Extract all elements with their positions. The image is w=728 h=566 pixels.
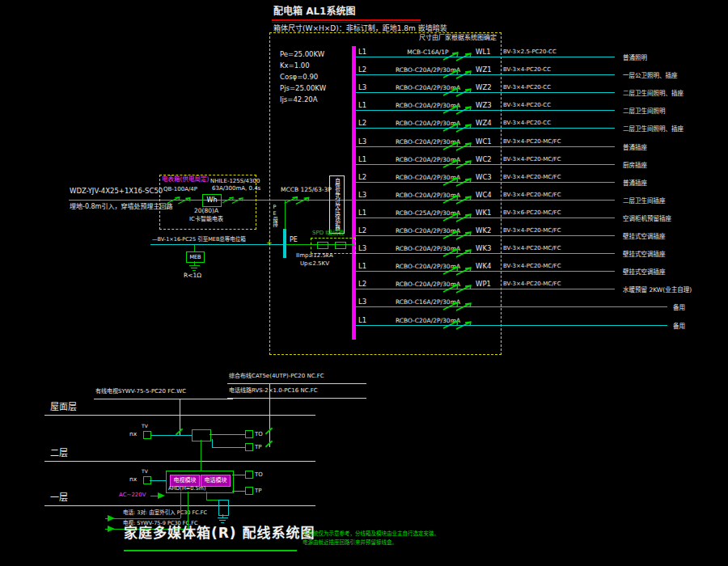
load-label: 二层卫生间照明、插座 bbox=[623, 124, 684, 133]
phase-label: L1 bbox=[358, 262, 366, 270]
floor1-outlet-to-label: TO bbox=[255, 471, 263, 478]
voltage-protector-box: 自恢复式过欠压保护器 bbox=[329, 175, 345, 234]
circuit-row: L1RCBO-C20A/2P/30mAWK4BV-3×4-PC20-MC/FC壁… bbox=[356, 262, 725, 281]
circuit-line bbox=[356, 57, 615, 57]
drawing-title-underline bbox=[124, 550, 297, 551]
cable-spec: BV-3×4-PC20-CC bbox=[503, 102, 551, 108]
circuit-row: L2RCBO-C20A/2P/30mAWZ1BV-3×4-PC20-CC一层公卫… bbox=[356, 65, 725, 85]
meb-box: MEB bbox=[186, 251, 205, 263]
title-underline-red bbox=[272, 19, 421, 21]
incoming-note: 埋地-0.8m引入，穿墙处预埋主回路 bbox=[70, 203, 172, 210]
rcd-breaker-icon bbox=[220, 193, 252, 209]
phase-label: L1 bbox=[358, 155, 366, 163]
earth-resistance-label: R<1Ω bbox=[184, 272, 201, 280]
pe-label: PE bbox=[290, 236, 298, 243]
circuit-line bbox=[356, 306, 667, 307]
circuit-line bbox=[356, 253, 615, 254]
ground-icon bbox=[191, 268, 197, 268]
circuit-line bbox=[356, 128, 615, 129]
phase-label: L1 bbox=[358, 209, 366, 217]
circuit-line bbox=[356, 146, 615, 147]
load-label: 壁挂式空调插座 bbox=[623, 267, 666, 276]
circuit-row: L1RCBO-C20A/2P/30mA备用 bbox=[356, 316, 725, 336]
phone-outlet-icon bbox=[245, 487, 253, 495]
circuit-line bbox=[356, 74, 615, 75]
drawing-title: 家庭多媒体箱(R) 配线系统图 bbox=[124, 526, 315, 542]
circuit-line bbox=[356, 325, 667, 326]
circuit-line bbox=[356, 271, 615, 272]
cable-spec: BV-3×4-PC20-CC bbox=[503, 84, 551, 91]
phase-label: L2 bbox=[358, 226, 366, 234]
floor2-outlet-tp-label: TP bbox=[255, 444, 262, 450]
cable-spec: BV-3×4-PC20-MC/FC bbox=[503, 192, 561, 198]
incoming-arrow-icon bbox=[108, 515, 115, 522]
meb-stem-line bbox=[194, 245, 195, 251]
floor1-tv-count: nx bbox=[129, 476, 137, 484]
riser-note-data: 综合布线CAT5e(4UTP)-PC20 NC.FC bbox=[229, 373, 324, 379]
arrester-icon bbox=[218, 500, 229, 516]
circuit-row: L3RCBO-C20A/2P/30mAWC1BV-3×4-PC20-MC/FC普… bbox=[356, 137, 725, 157]
meter-note: IC卡智能电表 bbox=[189, 216, 223, 222]
circuit-row: L1RCBO-C20A/2P/30mAWC2BV-3×4-PC20-MC/FC厨… bbox=[356, 155, 725, 175]
cable-spec: BV-3×4-PC20-MC/FC bbox=[503, 156, 561, 163]
load-label: 普通照明 bbox=[623, 53, 647, 61]
circuit-row: L2RCBO-C20A/2P/30mAWC3BV-3×4-PC20-MC/FC普… bbox=[356, 173, 725, 192]
arrester-ground-icon bbox=[218, 517, 228, 518]
riser-main-line bbox=[201, 440, 201, 471]
load-label: 水暖预留 2KW(业主自理) bbox=[623, 285, 692, 294]
circuit-row: L3RCBO-C20A/2P/30mAWZ2BV-3×4-PC20-CC二层卫生… bbox=[356, 83, 725, 103]
phase-label: L3 bbox=[358, 83, 366, 91]
floor2-tv-line bbox=[150, 435, 192, 436]
circuit-line bbox=[356, 218, 615, 218]
panel-subtitle: 箱体尺寸(W×H×D)：非标订制，距地1.8m 嵌墙暗装 bbox=[273, 24, 447, 32]
cable-spec: BV-3×4-PC20-MC/FC bbox=[503, 245, 561, 251]
phase-label: L2 bbox=[358, 173, 366, 181]
circuit-line bbox=[356, 92, 615, 93]
phase-label: L3 bbox=[358, 137, 366, 146]
incoming-phone-riser bbox=[180, 492, 181, 518]
circuit-line bbox=[356, 110, 615, 111]
power-supply-line bbox=[150, 496, 158, 496]
main-breaker-icon bbox=[281, 193, 320, 209]
phase-label: L2 bbox=[358, 280, 366, 288]
spd-param-up: Up≤2.5KV bbox=[300, 260, 329, 267]
rcd-rating-label: 63A/300mA, 0.4s bbox=[212, 185, 260, 192]
circuit-row: L3RCBO-C20A/2P/30mAWC4BV-3×4-PC20-MC/FC二… bbox=[356, 191, 725, 210]
phase-label: L2 bbox=[358, 119, 366, 127]
floor1-outlet-line-1 bbox=[232, 475, 245, 475]
load-label: 厨房插座 bbox=[623, 160, 647, 169]
spd-label: SPD I级试验 bbox=[312, 230, 344, 236]
isolator-label: QB-100A/4P bbox=[163, 186, 197, 192]
circuit-row: L3RCBO-C16A/2P/30mA备用 bbox=[356, 298, 725, 317]
spec-kx: Kx=1.00 bbox=[280, 60, 326, 71]
cable-spec: BV-3×4-PC20-MC/FC bbox=[503, 281, 561, 287]
circuit-row: L3RCBO-C20A/2P/30mAWK3BV-3×4-PC20-MC/FC壁… bbox=[356, 244, 725, 264]
phase-label: L3 bbox=[358, 244, 366, 252]
circuit-row: L1RCBO-C20A/2P/30mAWZ3BV-3×4-PC20-CC二层卫生… bbox=[356, 101, 725, 120]
floor1-outlet-line-2 bbox=[232, 491, 245, 492]
cable-spec: BV-3×4-PC20-CC bbox=[503, 66, 551, 73]
arrester-ground-icon bbox=[219, 520, 226, 521]
circuit-row: L1MCB-C16A/1PWL1BV-3×2.5-PC20-CC普通照明 bbox=[356, 48, 725, 67]
spec-ijs: Ijs=42.20A bbox=[280, 94, 326, 105]
incoming-tv-riser bbox=[188, 492, 188, 529]
spd-module-icon bbox=[335, 242, 346, 249]
ground-icon bbox=[189, 265, 200, 266]
title-underline-darkred bbox=[272, 22, 421, 23]
spec-pjs: Pjs=25.00KW bbox=[280, 82, 326, 94]
floor2-outlet-to-label: TO bbox=[255, 431, 263, 437]
meter-box-label: 电表箱(供电局定) bbox=[162, 176, 209, 184]
earth-line bbox=[150, 244, 283, 245]
load-label: 普通插座 bbox=[623, 178, 647, 187]
circuit-line bbox=[356, 235, 615, 236]
circuit-row: L2RCBO-C20A/2P/30mAWK2BV-3×4-PC20-MC/FC壁… bbox=[356, 226, 725, 246]
phone-outlet-icon bbox=[245, 443, 253, 451]
drawing-title-note-1: 本系统仅为示意参考，分线箱及模块由业主自行选定安装。 bbox=[303, 531, 439, 537]
cable-spec: BV-3×4-PC20-CC bbox=[503, 120, 551, 126]
load-label: 二层卫生间照明、插座 bbox=[623, 88, 684, 97]
floor2-outlet-line-1 bbox=[210, 434, 245, 435]
energy-meter-symbol: Wh bbox=[202, 194, 222, 207]
floor1-tv-label: TV bbox=[142, 469, 148, 475]
riser-note-phone: 电话线路RVS-2×1.0-PC16 NC.FC bbox=[229, 387, 318, 394]
arrester-ground-icon bbox=[221, 522, 224, 523]
